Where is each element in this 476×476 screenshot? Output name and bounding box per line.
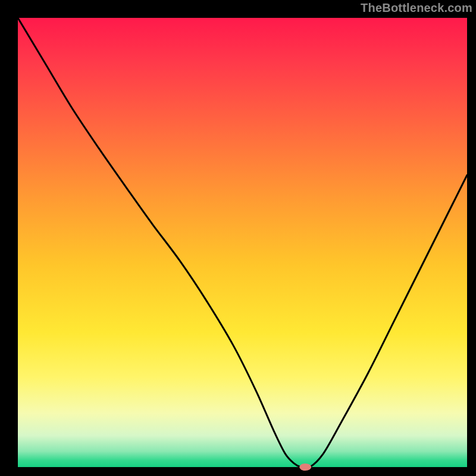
bottleneck-chart: [0, 0, 476, 476]
min-marker: [299, 464, 311, 471]
watermark-label: TheBottleneck.com: [361, 1, 472, 15]
chart-container: TheBottleneck.com: [0, 0, 476, 476]
gradient-background: [18, 18, 467, 467]
